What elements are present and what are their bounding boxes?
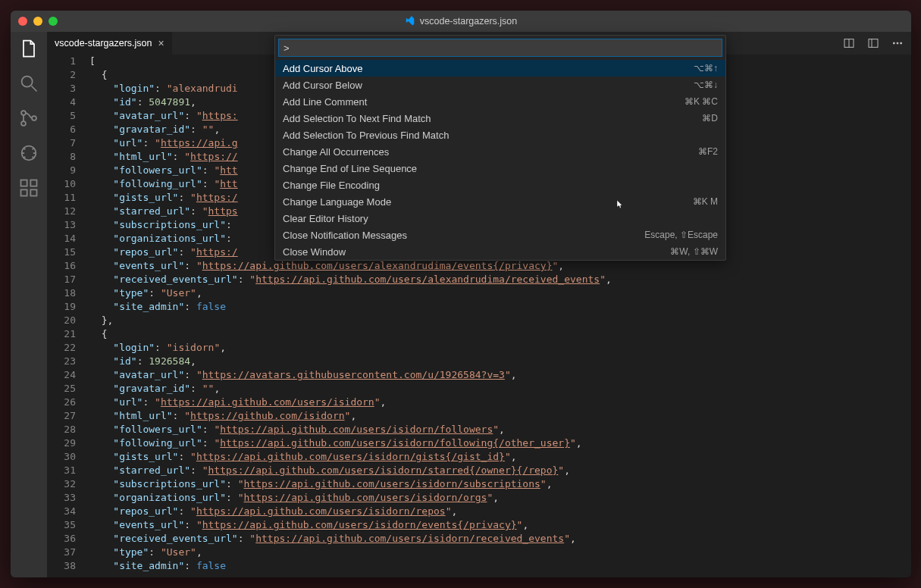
command-palette-item[interactable]: Clear Editor History: [275, 210, 725, 227]
line-number: 4: [47, 95, 76, 109]
svg-line-1: [32, 86, 37, 92]
split-editor-icon[interactable]: [843, 37, 855, 49]
code-line[interactable]: "gravatar_id": "",: [89, 382, 911, 396]
line-number: 5: [47, 109, 76, 123]
maximize-window-button[interactable]: [49, 17, 58, 26]
code-line[interactable]: "repos_url": "https://api.github.com/use…: [89, 505, 911, 518]
tab-file[interactable]: vscode-stargazers.json ×: [47, 32, 172, 55]
command-palette-item[interactable]: Change Language Mode⌘K M: [275, 193, 725, 210]
line-number: 33: [47, 491, 76, 505]
line-number: 37: [47, 546, 76, 559]
svg-point-15: [897, 42, 898, 44]
debug-icon[interactable]: [18, 142, 39, 164]
code-line[interactable]: "gists_url": "https://api.github.com/use…: [89, 450, 911, 464]
code-line[interactable]: "url": "https://api.github.com/users/isi…: [89, 396, 911, 409]
minimize-window-button[interactable]: [33, 17, 42, 26]
command-palette: Add Cursor Above⌥⌘↑Add Cursor Below⌥⌘↓Ad…: [274, 35, 726, 261]
command-shortcut: ⌘K ⌘C: [684, 96, 718, 107]
svg-rect-12: [869, 39, 878, 48]
source-control-icon[interactable]: [18, 108, 39, 129]
command-palette-item[interactable]: Close Notification MessagesEscape, ⇧Esca…: [275, 227, 725, 243]
window-title: vscode-stargazers.json: [11, 16, 911, 27]
code-line[interactable]: "events_url": "https://api.github.com/us…: [89, 518, 911, 532]
command-palette-item[interactable]: Add Cursor Below⌥⌘↓: [275, 77, 725, 93]
window-title-text: vscode-stargazers.json: [420, 16, 518, 27]
command-palette-item[interactable]: Change File Encoding: [275, 177, 725, 193]
code-line[interactable]: "avatar_url": "https://avatars.githubuse…: [89, 368, 911, 382]
command-palette-item[interactable]: Change End of Line Sequence: [275, 160, 725, 177]
command-palette-item[interactable]: Change All Occurrences⌘F2: [275, 143, 725, 160]
command-palette-item[interactable]: Add Selection To Previous Find Match: [275, 127, 725, 143]
line-number: 22: [47, 341, 76, 355]
files-icon[interactable]: [18, 38, 39, 59]
close-window-button[interactable]: [18, 17, 27, 26]
svg-rect-7: [30, 180, 36, 186]
line-number: 7: [47, 136, 76, 150]
command-shortcut: ⌘W, ⇧⌘W: [670, 246, 718, 257]
code-line[interactable]: "following_url": "https://api.github.com…: [89, 436, 911, 450]
line-number: 32: [47, 477, 76, 491]
command-palette-item[interactable]: Add Cursor Above⌥⌘↑: [275, 60, 725, 77]
command-palette-input[interactable]: [278, 39, 722, 57]
more-icon[interactable]: [891, 37, 904, 49]
command-label: Change End of Line Sequence: [283, 163, 417, 174]
svg-rect-9: [30, 189, 36, 195]
command-label: Add Cursor Below: [283, 80, 362, 91]
code-line[interactable]: "site_admin": false: [89, 559, 911, 573]
code-line[interactable]: {: [89, 327, 911, 341]
code-line[interactable]: "type": "User",: [89, 286, 911, 300]
code-line[interactable]: "starred_url": "https://api.github.com/u…: [89, 464, 911, 477]
line-number: 14: [47, 232, 76, 246]
line-number: 19: [47, 300, 76, 314]
line-number: 13: [47, 218, 76, 232]
code-line[interactable]: "type": "User",: [89, 546, 911, 559]
code-line[interactable]: "html_url": "https://github.com/isidorn"…: [89, 409, 911, 423]
window-titlebar: vscode-stargazers.json: [11, 11, 911, 32]
line-number: 9: [47, 164, 76, 177]
extensions-icon[interactable]: [18, 177, 39, 199]
svg-point-2: [21, 111, 26, 115]
command-palette-list: Add Cursor Above⌥⌘↑Add Cursor Below⌥⌘↓Ad…: [275, 60, 725, 260]
layout-icon[interactable]: [867, 37, 879, 49]
command-label: Add Cursor Above: [283, 63, 363, 74]
search-icon[interactable]: [18, 73, 39, 94]
line-number: 6: [47, 123, 76, 136]
code-line[interactable]: "received_events_url": "https://api.gith…: [89, 273, 911, 286]
command-palette-item[interactable]: Add Selection To Next Find Match⌘D: [275, 110, 725, 127]
line-number: 27: [47, 409, 76, 423]
code-line[interactable]: "followers_url": "https://api.github.com…: [89, 423, 911, 436]
command-palette-item[interactable]: Close Window⌘W, ⇧⌘W: [275, 243, 725, 260]
line-number: 11: [47, 191, 76, 205]
line-number: 12: [47, 205, 76, 218]
command-label: Close Notification Messages: [283, 230, 407, 241]
activity-bar: [11, 32, 47, 577]
command-shortcut: ⌘D: [702, 113, 718, 124]
line-number: 31: [47, 464, 76, 477]
code-line[interactable]: },: [89, 314, 911, 327]
command-palette-item[interactable]: Add Line Comment⌘K ⌘C: [275, 93, 725, 110]
code-line[interactable]: "login": "isidorn",: [89, 341, 911, 355]
code-line[interactable]: "id": 1926584,: [89, 355, 911, 368]
command-label: Clear Editor History: [283, 213, 368, 224]
code-line[interactable]: "organizations_url": "https://api.github…: [89, 491, 911, 505]
code-line[interactable]: "subscriptions_url": "https://api.github…: [89, 477, 911, 491]
code-line[interactable]: "site_admin": false: [89, 300, 911, 314]
command-shortcut: Escape, ⇧Escape: [644, 230, 718, 240]
close-tab-icon[interactable]: ×: [158, 38, 164, 48]
code-line[interactable]: "received_events_url": "https://api.gith…: [89, 532, 911, 546]
code-line[interactable]: "events_url": "https://api.github.com/us…: [89, 259, 911, 273]
line-number: 1: [47, 55, 76, 68]
line-number: 18: [47, 286, 76, 300]
line-number: 28: [47, 423, 76, 436]
svg-point-0: [22, 77, 33, 87]
line-number: 17: [47, 273, 76, 286]
line-number: 25: [47, 382, 76, 396]
window-controls: [18, 17, 58, 26]
line-number: 10: [47, 177, 76, 191]
command-label: Close Window: [283, 246, 346, 258]
svg-point-16: [901, 42, 902, 44]
svg-point-4: [32, 116, 36, 120]
line-number: 29: [47, 436, 76, 450]
line-number: 3: [47, 82, 76, 95]
svg-rect-6: [21, 180, 27, 186]
